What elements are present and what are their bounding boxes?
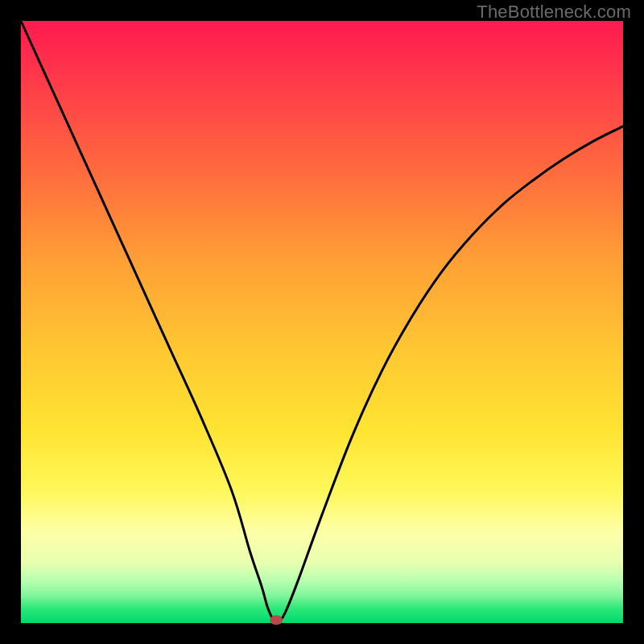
chart-svg xyxy=(0,0,644,644)
chart-outer-frame: TheBottleneck.com xyxy=(0,0,644,644)
optimal-point-marker xyxy=(270,615,283,625)
watermark-text: TheBottleneck.com xyxy=(477,2,631,23)
bottleneck-curve-line xyxy=(21,21,623,621)
